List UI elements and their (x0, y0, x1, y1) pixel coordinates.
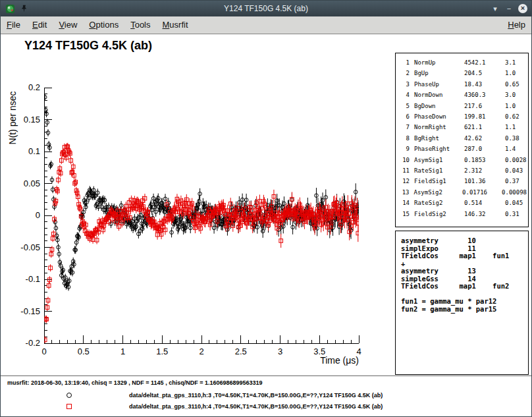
y-tick-label: -0.1 (26, 274, 40, 284)
param-row: 5BgDown217.61.0 (400, 101, 527, 111)
titlebar[interactable]: Y124 TF150G 4.5K (ab) ▾ − × (1, 1, 531, 16)
menu-item-options[interactable]: Options (83, 16, 124, 34)
param-row: 8BgRight42.620.38 (400, 133, 527, 144)
y-tick-label: 0.1 (28, 146, 40, 156)
param-row: 1NormUp4542.13.1 (400, 57, 527, 68)
y-tick-label: -0.05 (20, 242, 40, 252)
x-tick-label: 2 (199, 347, 203, 356)
canvas-area: Y124 TF150G 4.5K (ab) 0.20.150.10.050-0.… (1, 35, 531, 416)
param-row: 12FieldSig1101.360.37 (400, 176, 527, 186)
legend-text: data/deltat_pta_gps_3110,h:3 ,T0=4.50K,T… (129, 392, 383, 399)
menu-item-musrfit[interactable]: Musrfit (157, 16, 194, 34)
menu-item-edit[interactable]: Edit (26, 16, 53, 34)
x-tick-label: 1.5 (156, 347, 168, 356)
param-row: 15FieldSig2146.320.31 (400, 209, 527, 219)
param-row: 7NormRight621.11.1 (400, 122, 527, 132)
x-tick-label: 0 (41, 347, 46, 356)
legend-item: data/deltat_pta_gps_3110,h:3 ,T0=4.50K,T… (1, 389, 531, 401)
musr-plot-svg: 0.20.150.10.050-0.05-0.1-0.15-0.200.511.… (5, 60, 388, 375)
param-row: 10AsymSig10.18530.0028 (400, 155, 527, 165)
theory-line: asymmetry 10 (401, 237, 528, 245)
plot-legend: data/deltat_pta_gps_3110,h:3 ,T0=4.50K,T… (1, 389, 531, 412)
status-area: musrfit: 2018-06-30, 13:19:40, chisq = 1… (1, 375, 531, 416)
theory-box: asymmetry 10simplExpo 11TFieldCos map1 f… (395, 231, 529, 375)
param-row: 11RateSig12.3120.043 (400, 165, 527, 176)
y-tick-label: -0.15 (20, 306, 40, 316)
x-axis-title: Time (μs) (320, 355, 359, 366)
close-button[interactable]: × (518, 4, 527, 13)
minimize-button[interactable]: − (504, 3, 514, 14)
fit-status-line: musrfit: 2018-06-30, 13:19:40, chisq = 1… (7, 379, 531, 386)
theory-line: TFieldCos map1 fun1 (401, 252, 528, 260)
theory-line: fun1 = gamma_mu * par12 (401, 298, 528, 306)
param-row: 3PhaseUp18.430.65 (400, 79, 527, 90)
theory-line: asymmetry 13 (401, 267, 528, 275)
plot-title: Y124 TF150G 4.5K (ab) (24, 39, 152, 53)
menu-item-help[interactable]: Help (502, 16, 531, 34)
menubar-right: Help (502, 16, 531, 34)
open-circle-icon (66, 393, 72, 398)
y-tick-label: 0.15 (24, 115, 40, 125)
x-tick-label: 2.5 (235, 347, 247, 356)
window-menu-button[interactable]: ▾ (491, 3, 500, 14)
param-row: 6PhaseDown199.810.62 (400, 111, 527, 122)
x-tick-label: 3 (278, 347, 282, 356)
y-axis-title: N(t) per nsec (7, 92, 18, 145)
param-row: 14RateSig20.5140.045 (400, 198, 527, 208)
open-square-icon (66, 404, 72, 409)
window-title: Y124 TF150G 4.5K (ab) (1, 4, 531, 13)
legend-text: data/deltat_pta_gps_3110,h:4 ,T0=4.50K,T… (129, 403, 383, 410)
menu-item-file[interactable]: File (1, 16, 26, 34)
param-row: 9PhaseRight287.01.4 (400, 144, 527, 154)
pin-icon[interactable] (18, 3, 29, 14)
param-box: 1NormUp4542.13.12BgUp204.51.03PhaseUp18.… (395, 53, 529, 227)
y-tick-label: -0.2 (26, 338, 40, 348)
x-tick-label: 1 (120, 347, 125, 356)
menubar-left: FileEditViewOptionsToolsMusrfit (1, 16, 194, 34)
param-row: 2BgUp204.51.0 (400, 68, 527, 78)
series-open-square (43, 143, 360, 343)
menu-item-view[interactable]: View (53, 16, 83, 34)
series-open-circle (43, 94, 360, 291)
chart-canvas[interactable]: 0.20.150.10.050-0.05-0.1-0.15-0.200.511.… (5, 60, 388, 375)
menu-item-tools[interactable]: Tools (124, 16, 156, 34)
app-window: Y124 TF150G 4.5K (ab) ▾ − × FileEditView… (0, 0, 532, 417)
legend-item: data/deltat_pta_gps_3110,h:4 ,T0=4.50K,T… (1, 401, 531, 412)
theory-line: TFieldCos map1 fun2 (401, 283, 528, 291)
menubar: FileEditViewOptionsToolsMusrfit Help (1, 16, 531, 34)
y-tick-label: 0.2 (28, 82, 40, 92)
x-tick-label: 0.5 (78, 347, 90, 356)
app-icon[interactable] (5, 3, 15, 14)
param-row: 4NormDown4360.33.0 (400, 90, 527, 100)
y-tick-label: 0 (36, 210, 40, 220)
param-row: 13AsymSig20.017160.00098 (400, 187, 527, 198)
y-tick-label: 0.05 (24, 179, 40, 188)
theory-line: fun2 = gamma_mu * par15 (401, 306, 528, 314)
